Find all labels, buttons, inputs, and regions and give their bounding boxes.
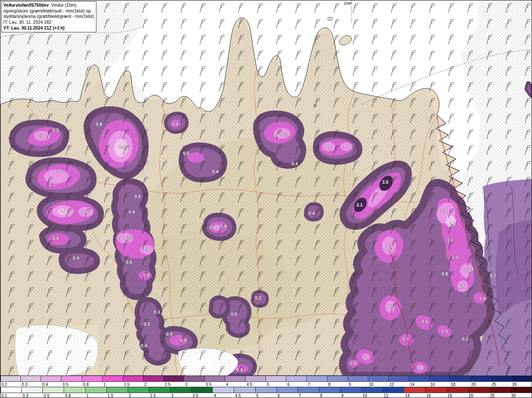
legend-value: 0.3 [22,393,43,398]
legend-swatch [143,376,164,382]
legend-swatch [128,387,149,393]
legend-cell: 9 [348,376,368,387]
legend-swatch [149,387,170,393]
legend-cell: 1.5 [107,387,128,398]
legend-cell: 10 [362,387,383,398]
legend-swatch [86,387,107,393]
legend-cell: 5 [266,376,286,387]
legend-value: 16 [426,393,447,398]
legend-swatch [307,376,327,382]
legend: 0.20.30.40.50.811.522.533.544.5567891012… [0,376,532,398]
legend-swatch [64,387,85,393]
legend-value: 0.1 [0,393,22,398]
legend-cell: 14 [404,387,425,398]
sleet-scale-row: 0.20.30.40.50.811.522.533.544.5567891012… [0,376,532,387]
legend-swatch [511,376,532,382]
legend-swatch [468,387,489,393]
legend-swatch [205,376,225,382]
legend-cell: 4 [213,387,234,398]
legend-value: 25 [489,393,510,398]
legend-value: 30 [510,393,532,398]
legend-cell: 2 [143,376,164,387]
legend-cell: 18 [450,376,470,387]
legend-cell: 3.5 [205,376,225,387]
legend-cell: 2.5 [164,376,184,387]
legend-cell: 12 [389,376,409,387]
legend-value: 6 [277,393,298,398]
legend-cell: 0.3 [22,387,43,398]
legend-swatch [489,387,510,393]
legend-swatch [43,387,64,393]
legend-cell: 1 [103,376,123,387]
legend-cell: 2 [128,387,149,398]
legend-cell: 4 [225,376,246,387]
legend-swatch [184,376,204,382]
legend-value: 12 [383,393,404,398]
legend-swatch [225,376,246,382]
legend-value: 2.5 [149,393,170,398]
title-line-3: slydda/snjókoma (grátt/bleikt/grænt - mm… [3,14,94,20]
legend-swatch [0,387,22,393]
legend-swatch [256,387,277,393]
legend-value: 5 [256,393,277,398]
legend-cell: 10 [368,376,389,387]
legend-value: 4 [213,393,234,398]
legend-swatch [362,387,383,393]
legend-cell: 16 [429,376,450,387]
legend-value: 2 [128,393,149,398]
legend-cell: 4.5 [234,387,255,398]
legend-swatch [82,376,103,382]
forecast-map: 15W [0,0,532,376]
legend-cell: 8 [328,376,348,387]
legend-cell: 1 [86,387,107,398]
init-time: IT: Lau. 30. 11. 2024 18Z [3,20,94,25]
legend-swatch [164,376,184,382]
legend-swatch [409,376,429,382]
legend-cell: 0.2 [0,376,21,387]
legend-cell: 8 [319,387,340,398]
legend-cell: 2.5 [149,387,170,398]
legend-swatch [404,387,425,393]
legend-swatch [21,376,41,382]
legend-value: 10 [362,393,383,398]
legend-cell: 7 [307,376,327,387]
legend-cell: 0.1 [0,387,22,398]
legend-swatch [348,376,368,382]
legend-swatch [328,376,348,382]
legend-value: 3 [170,393,192,398]
legend-swatch [470,376,491,382]
legend-swatch [286,376,307,382]
legend-value: 9 [340,393,362,398]
legend-cell: 25 [491,376,511,387]
legend-swatch [170,387,192,393]
legend-swatch [0,376,21,382]
legend-swatch [447,387,468,393]
legend-swatch [426,387,447,393]
legend-cell: 16 [426,387,447,398]
legend-cell: 14 [409,376,429,387]
legend-value: 14 [404,393,425,398]
legend-cell: 18 [447,387,468,398]
legend-cell: 30 [511,376,532,387]
legend-cell: 0.4 [41,376,62,387]
valid-time: VT: Lau. 30.11.2024 21Z (+3 h) [3,25,94,31]
legend-value: 3.5 [192,393,213,398]
legend-cell: 0.5 [43,387,64,398]
meridian-label: 15W [344,1,352,5]
legend-swatch [107,387,128,393]
title-rest: : Vindur (10m), [49,2,77,7]
legend-swatch [41,376,62,382]
legend-cell: 0.8 [64,387,85,398]
legend-swatch [22,387,43,393]
legend-cell: 1.5 [123,376,143,387]
legend-cell: 0.5 [62,376,82,387]
legend-cell: 20 [468,387,489,398]
legend-swatch [319,387,340,393]
legend-value: 0.5 [43,393,64,398]
legend-swatch [491,376,511,382]
legend-swatch [246,376,266,382]
legend-swatch [103,376,123,382]
legend-cell: 3 [184,376,204,387]
legend-swatch [234,387,255,393]
title-line-1: Veðurstofan/IS750dev: Vindur (10m), [3,2,94,8]
